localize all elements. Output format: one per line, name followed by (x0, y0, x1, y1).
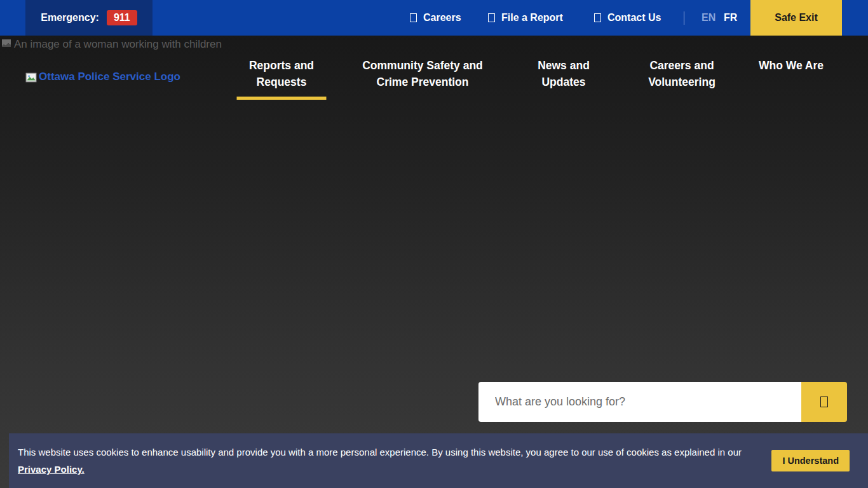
topbar-link-file-a-report[interactable]: File a Report (488, 0, 563, 36)
site-search (478, 382, 847, 422)
nav-item-who-we-are[interactable]: Who We Are (750, 57, 832, 74)
topbar-link-label: Careers (423, 12, 461, 24)
nav-item-label: Reports and Requests (249, 59, 314, 88)
topbar-link-contact-us[interactable]: Contact Us (594, 0, 661, 36)
contact-us-icon (594, 13, 601, 22)
nav-item-label: Community Safety and Crime Prevention (362, 59, 483, 88)
logo-link[interactable]: Ottawa Police Service Logo (25, 71, 180, 83)
active-nav-underline (237, 97, 327, 100)
language-toggle-fr[interactable]: FR (724, 0, 737, 36)
emergency-box: Emergency: 911 (25, 0, 153, 36)
emergency-label: Emergency: (41, 12, 99, 24)
language-divider (684, 11, 684, 25)
cookie-accept-button[interactable]: I Understand (771, 450, 850, 471)
nav-item-reports-and-requests[interactable]: Reports and Requests (234, 57, 329, 90)
topbar-link-label: File a Report (501, 12, 563, 24)
nav-item-label: Who We Are (759, 59, 824, 72)
broken-image-icon (1, 39, 11, 49)
language-toggle-en[interactable]: EN (702, 0, 715, 36)
emergency-number-badge: 911 (107, 10, 137, 25)
search-button[interactable] (801, 382, 847, 422)
logo-alt-text: Ottawa Police Service Logo (39, 71, 180, 83)
careers-icon (410, 13, 417, 22)
file-report-icon (488, 13, 495, 22)
hero-image-alt-text: An image of a woman working with childre… (14, 38, 222, 51)
cookie-message: This website uses cookies to enhance usa… (18, 444, 768, 478)
hero-image-broken: An image of a woman working with childre… (1, 38, 222, 51)
nav-item-community-safety[interactable]: Community Safety and Crime Prevention (353, 57, 492, 90)
topbar-link-careers[interactable]: Careers (410, 0, 461, 36)
cookie-message-text: This website uses cookies to enhance usa… (18, 447, 742, 458)
cookie-consent-banner: This website uses cookies to enhance usa… (9, 433, 868, 488)
broken-image-icon (25, 72, 37, 83)
search-icon (820, 396, 828, 407)
search-input[interactable] (478, 382, 801, 422)
page: Emergency: 911 Careers File a Report Con… (0, 0, 868, 488)
top-utility-bar: Emergency: 911 Careers File a Report Con… (0, 0, 868, 36)
topbar-link-label: Contact Us (607, 12, 661, 24)
nav-item-careers-and-volunteering[interactable]: Careers and Volunteering (637, 57, 726, 90)
safe-exit-button[interactable]: Safe Exit (750, 0, 842, 36)
nav-item-label: Careers and Volunteering (648, 59, 715, 88)
nav-item-news-and-updates[interactable]: News and Updates (529, 57, 599, 90)
nav-item-label: News and Updates (538, 59, 590, 88)
privacy-policy-link[interactable]: Privacy Policy. (18, 464, 85, 475)
